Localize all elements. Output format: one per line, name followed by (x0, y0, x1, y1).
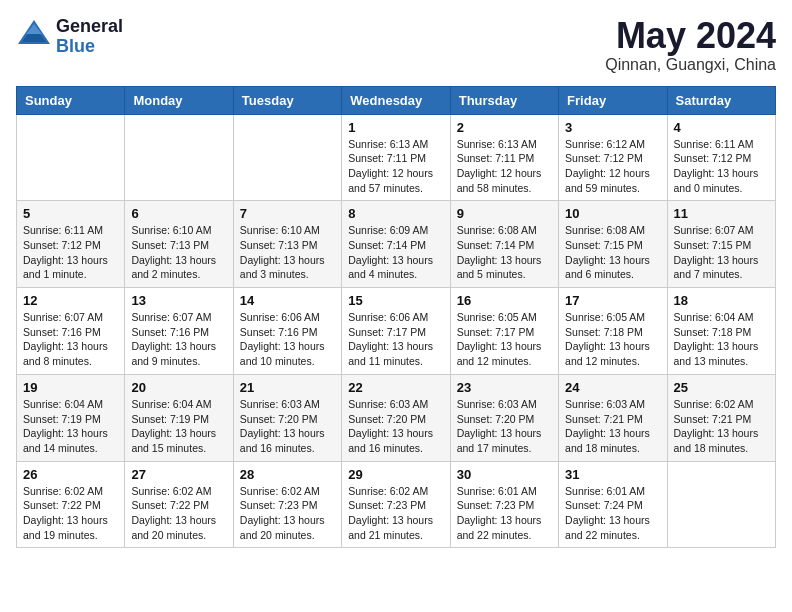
calendar-cell: 6Sunrise: 6:10 AMSunset: 7:13 PMDaylight… (125, 201, 233, 288)
day-number: 8 (348, 206, 443, 221)
calendar-cell: 1Sunrise: 6:13 AMSunset: 7:11 PMDaylight… (342, 114, 450, 201)
logo-blue: Blue (56, 37, 123, 57)
day-number: 29 (348, 467, 443, 482)
day-info: Sunrise: 6:06 AMSunset: 7:17 PMDaylight:… (348, 310, 443, 369)
weekday-header: Wednesday (342, 86, 450, 114)
calendar-week-row: 12Sunrise: 6:07 AMSunset: 7:16 PMDayligh… (17, 288, 776, 375)
day-info: Sunrise: 6:11 AMSunset: 7:12 PMDaylight:… (674, 137, 769, 196)
calendar-cell (125, 114, 233, 201)
day-info: Sunrise: 6:06 AMSunset: 7:16 PMDaylight:… (240, 310, 335, 369)
day-info: Sunrise: 6:11 AMSunset: 7:12 PMDaylight:… (23, 223, 118, 282)
day-number: 10 (565, 206, 660, 221)
day-info: Sunrise: 6:13 AMSunset: 7:11 PMDaylight:… (457, 137, 552, 196)
calendar-table: SundayMondayTuesdayWednesdayThursdayFrid… (16, 86, 776, 549)
calendar-week-row: 19Sunrise: 6:04 AMSunset: 7:19 PMDayligh… (17, 374, 776, 461)
day-number: 21 (240, 380, 335, 395)
calendar-cell: 13Sunrise: 6:07 AMSunset: 7:16 PMDayligh… (125, 288, 233, 375)
day-info: Sunrise: 6:08 AMSunset: 7:15 PMDaylight:… (565, 223, 660, 282)
calendar-cell: 3Sunrise: 6:12 AMSunset: 7:12 PMDaylight… (559, 114, 667, 201)
day-number: 5 (23, 206, 118, 221)
weekday-header: Friday (559, 86, 667, 114)
calendar-cell: 29Sunrise: 6:02 AMSunset: 7:23 PMDayligh… (342, 461, 450, 548)
day-number: 30 (457, 467, 552, 482)
calendar-cell: 2Sunrise: 6:13 AMSunset: 7:11 PMDaylight… (450, 114, 558, 201)
day-number: 14 (240, 293, 335, 308)
calendar-cell: 8Sunrise: 6:09 AMSunset: 7:14 PMDaylight… (342, 201, 450, 288)
calendar-cell: 4Sunrise: 6:11 AMSunset: 7:12 PMDaylight… (667, 114, 775, 201)
day-info: Sunrise: 6:03 AMSunset: 7:20 PMDaylight:… (240, 397, 335, 456)
calendar-cell: 14Sunrise: 6:06 AMSunset: 7:16 PMDayligh… (233, 288, 341, 375)
calendar-cell: 20Sunrise: 6:04 AMSunset: 7:19 PMDayligh… (125, 374, 233, 461)
weekday-header: Tuesday (233, 86, 341, 114)
calendar-cell: 15Sunrise: 6:06 AMSunset: 7:17 PMDayligh… (342, 288, 450, 375)
calendar-cell: 16Sunrise: 6:05 AMSunset: 7:17 PMDayligh… (450, 288, 558, 375)
day-info: Sunrise: 6:10 AMSunset: 7:13 PMDaylight:… (240, 223, 335, 282)
day-number: 22 (348, 380, 443, 395)
day-number: 26 (23, 467, 118, 482)
calendar-cell: 27Sunrise: 6:02 AMSunset: 7:22 PMDayligh… (125, 461, 233, 548)
day-number: 3 (565, 120, 660, 135)
calendar-cell: 26Sunrise: 6:02 AMSunset: 7:22 PMDayligh… (17, 461, 125, 548)
weekday-header: Thursday (450, 86, 558, 114)
day-info: Sunrise: 6:02 AMSunset: 7:23 PMDaylight:… (240, 484, 335, 543)
calendar-cell: 10Sunrise: 6:08 AMSunset: 7:15 PMDayligh… (559, 201, 667, 288)
day-info: Sunrise: 6:04 AMSunset: 7:19 PMDaylight:… (23, 397, 118, 456)
logo-general: General (56, 17, 123, 37)
day-number: 2 (457, 120, 552, 135)
calendar-cell: 19Sunrise: 6:04 AMSunset: 7:19 PMDayligh… (17, 374, 125, 461)
day-info: Sunrise: 6:05 AMSunset: 7:18 PMDaylight:… (565, 310, 660, 369)
logo-icon (16, 16, 52, 57)
day-info: Sunrise: 6:01 AMSunset: 7:24 PMDaylight:… (565, 484, 660, 543)
day-info: Sunrise: 6:02 AMSunset: 7:22 PMDaylight:… (131, 484, 226, 543)
day-number: 28 (240, 467, 335, 482)
day-info: Sunrise: 6:02 AMSunset: 7:21 PMDaylight:… (674, 397, 769, 456)
calendar-cell: 28Sunrise: 6:02 AMSunset: 7:23 PMDayligh… (233, 461, 341, 548)
day-info: Sunrise: 6:03 AMSunset: 7:20 PMDaylight:… (457, 397, 552, 456)
weekday-header: Saturday (667, 86, 775, 114)
day-info: Sunrise: 6:12 AMSunset: 7:12 PMDaylight:… (565, 137, 660, 196)
calendar-cell: 24Sunrise: 6:03 AMSunset: 7:21 PMDayligh… (559, 374, 667, 461)
day-number: 15 (348, 293, 443, 308)
day-info: Sunrise: 6:07 AMSunset: 7:16 PMDaylight:… (23, 310, 118, 369)
day-number: 17 (565, 293, 660, 308)
weekday-header: Monday (125, 86, 233, 114)
calendar-cell: 23Sunrise: 6:03 AMSunset: 7:20 PMDayligh… (450, 374, 558, 461)
calendar-title: May 2024 (605, 16, 776, 56)
calendar-cell: 22Sunrise: 6:03 AMSunset: 7:20 PMDayligh… (342, 374, 450, 461)
day-info: Sunrise: 6:09 AMSunset: 7:14 PMDaylight:… (348, 223, 443, 282)
calendar-cell (17, 114, 125, 201)
weekday-header: Sunday (17, 86, 125, 114)
day-info: Sunrise: 6:07 AMSunset: 7:15 PMDaylight:… (674, 223, 769, 282)
calendar-cell: 30Sunrise: 6:01 AMSunset: 7:23 PMDayligh… (450, 461, 558, 548)
day-info: Sunrise: 6:03 AMSunset: 7:21 PMDaylight:… (565, 397, 660, 456)
day-info: Sunrise: 6:01 AMSunset: 7:23 PMDaylight:… (457, 484, 552, 543)
calendar-cell (233, 114, 341, 201)
day-info: Sunrise: 6:13 AMSunset: 7:11 PMDaylight:… (348, 137, 443, 196)
day-number: 4 (674, 120, 769, 135)
calendar-cell: 18Sunrise: 6:04 AMSunset: 7:18 PMDayligh… (667, 288, 775, 375)
day-number: 20 (131, 380, 226, 395)
calendar-cell: 9Sunrise: 6:08 AMSunset: 7:14 PMDaylight… (450, 201, 558, 288)
day-number: 12 (23, 293, 118, 308)
calendar-subtitle: Qinnan, Guangxi, China (605, 56, 776, 74)
day-number: 13 (131, 293, 226, 308)
logo: General Blue (16, 16, 123, 57)
calendar-cell: 12Sunrise: 6:07 AMSunset: 7:16 PMDayligh… (17, 288, 125, 375)
calendar-week-row: 5Sunrise: 6:11 AMSunset: 7:12 PMDaylight… (17, 201, 776, 288)
day-number: 19 (23, 380, 118, 395)
calendar-cell: 7Sunrise: 6:10 AMSunset: 7:13 PMDaylight… (233, 201, 341, 288)
calendar-week-row: 26Sunrise: 6:02 AMSunset: 7:22 PMDayligh… (17, 461, 776, 548)
day-info: Sunrise: 6:02 AMSunset: 7:23 PMDaylight:… (348, 484, 443, 543)
day-number: 27 (131, 467, 226, 482)
weekday-header-row: SundayMondayTuesdayWednesdayThursdayFrid… (17, 86, 776, 114)
day-info: Sunrise: 6:07 AMSunset: 7:16 PMDaylight:… (131, 310, 226, 369)
day-number: 9 (457, 206, 552, 221)
day-number: 31 (565, 467, 660, 482)
day-info: Sunrise: 6:10 AMSunset: 7:13 PMDaylight:… (131, 223, 226, 282)
day-number: 6 (131, 206, 226, 221)
calendar-week-row: 1Sunrise: 6:13 AMSunset: 7:11 PMDaylight… (17, 114, 776, 201)
calendar-cell (667, 461, 775, 548)
logo-text: General Blue (56, 17, 123, 57)
day-info: Sunrise: 6:08 AMSunset: 7:14 PMDaylight:… (457, 223, 552, 282)
day-number: 23 (457, 380, 552, 395)
